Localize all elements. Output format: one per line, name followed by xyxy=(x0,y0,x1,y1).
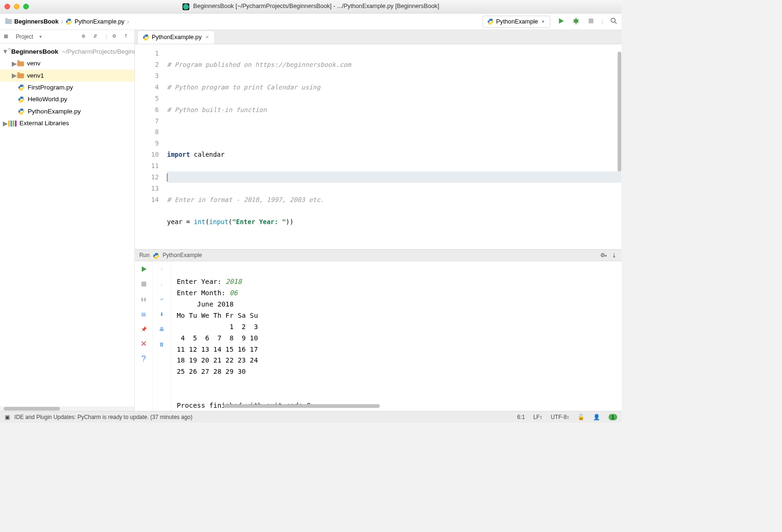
editor-tab[interactable]: PythonExample.py × xyxy=(137,31,214,44)
folder-icon xyxy=(17,73,24,78)
ide-window: BeginnersBook [~/PycharmProjects/Beginne… xyxy=(0,0,622,423)
console-scrollbar[interactable] xyxy=(223,404,614,409)
gear-icon[interactable]: ⚙▾ xyxy=(600,252,607,258)
tree-file[interactable]: HelloWorld.py xyxy=(0,94,134,105)
window-controls xyxy=(5,4,29,9)
python-file-icon xyxy=(18,96,24,103)
breadcrumb-project[interactable]: BeginnersBook xyxy=(4,16,60,27)
run-actions-col2: ↑ ↓ ⤶ ⬇ 🖶 🗑 xyxy=(153,261,171,411)
window-title: BeginnersBook [~/PycharmProjects/Beginne… xyxy=(182,3,439,10)
project-tree[interactable]: ▼ BeginnersBook ~/PycharmProjects/Beginn… xyxy=(0,43,134,406)
collapse-icon[interactable]: ⇵ xyxy=(93,33,100,40)
run-toolwindow-header: Run PythonExample ⚙▾ ⭳ xyxy=(135,249,622,261)
help-button[interactable]: ? xyxy=(139,355,147,363)
svg-rect-1 xyxy=(588,18,593,23)
tree-folder[interactable]: ▶ venv1 xyxy=(0,70,134,81)
status-bar: ▣ IDE and Plugin Updates: PyCharm is rea… xyxy=(0,411,622,423)
chevron-down-icon: ▼ xyxy=(541,19,546,24)
clear-button[interactable]: 🗑 xyxy=(157,340,165,348)
hide-icon[interactable]: ⤒ xyxy=(124,33,130,40)
project-label[interactable]: Project xyxy=(16,33,33,40)
print-button[interactable]: 🖶 xyxy=(157,325,165,333)
folder-icon xyxy=(5,19,12,24)
svg-point-2 xyxy=(611,18,615,23)
scroll-down-button[interactable]: ↓ xyxy=(157,280,165,288)
pycharm-icon xyxy=(182,3,189,10)
expand-icon[interactable]: ▼ xyxy=(2,48,8,56)
export-icon[interactable]: ⭳ xyxy=(611,252,617,258)
lock-icon[interactable]: 🔓 xyxy=(578,414,585,420)
stop-button[interactable] xyxy=(586,17,595,26)
stop-button[interactable] xyxy=(139,280,147,288)
svg-rect-3 xyxy=(141,282,146,286)
python-file-icon xyxy=(153,253,159,259)
run-config-selector[interactable]: PythonExample ▼ xyxy=(482,16,550,27)
project-view-icon[interactable]: ▦ xyxy=(4,33,10,40)
line-separator[interactable]: LF↕ xyxy=(533,414,543,420)
tool-windows-icon[interactable]: ▣ xyxy=(5,414,10,420)
python-file-icon xyxy=(65,18,72,25)
minimize-window-button[interactable] xyxy=(14,4,19,9)
tree-file[interactable]: PythonExample.py xyxy=(0,105,134,117)
code-content[interactable]: # Program published on https://beginners… xyxy=(165,44,622,250)
expand-icon[interactable]: ▶ xyxy=(11,60,17,68)
python-file-icon xyxy=(487,18,494,25)
editor-pane: PythonExample.py × 1234567891011121314 #… xyxy=(135,30,622,411)
navigation-bar: BeginnersBook › PythonExample.py › Pytho… xyxy=(0,14,622,30)
caret-position[interactable]: 6:1 xyxy=(517,414,525,420)
text-cursor xyxy=(167,173,168,181)
scroll-up-button[interactable]: ↑ xyxy=(157,265,165,273)
project-pane: ▦ Project▼ ⊕ ⇵ | ⚙ ⤒ ▼ BeginnersBook ~/P… xyxy=(0,30,135,411)
code-editor[interactable]: 1234567891011121314 # Program published … xyxy=(135,44,622,250)
status-message[interactable]: IDE and Plugin Updates: PyCharm is ready… xyxy=(15,414,193,420)
main-area: ▦ Project▼ ⊕ ⇵ | ⚙ ⤒ ▼ BeginnersBook ~/P… xyxy=(0,30,622,411)
titlebar: BeginnersBook [~/PycharmProjects/Beginne… xyxy=(0,0,622,14)
pause-button[interactable]: ▮▮ xyxy=(139,295,147,303)
maximize-window-button[interactable] xyxy=(23,4,29,9)
python-file-icon xyxy=(18,108,24,115)
expand-icon[interactable]: ▶ xyxy=(2,120,8,128)
project-scrollbar[interactable] xyxy=(0,406,134,411)
chevron-right-icon: › xyxy=(126,17,130,26)
rerun-button[interactable] xyxy=(139,265,147,273)
locate-icon[interactable]: ⊕ xyxy=(81,33,88,40)
tree-file[interactable]: FirstProgram.py xyxy=(0,81,134,93)
debug-button[interactable] xyxy=(572,17,580,26)
line-gutter: 1234567891011121314 xyxy=(135,44,165,250)
console-output[interactable]: Enter Year: 2018 Enter Month: 06 June 20… xyxy=(171,261,622,411)
close-tab-icon[interactable]: × xyxy=(205,34,209,40)
event-badge[interactable]: 1 xyxy=(609,414,617,420)
editor-scrollbar[interactable] xyxy=(617,44,622,250)
breadcrumb-file[interactable]: PythonExample.py xyxy=(64,16,126,27)
run-button[interactable] xyxy=(557,17,565,26)
tree-external-libs[interactable]: ▶ External Libraries xyxy=(0,118,134,129)
tree-root[interactable]: ▼ BeginnersBook ~/PycharmProjects/Beginn… xyxy=(0,46,134,57)
run-toolwindow: ▮▮ ▤ 📌 ✕ ? ↑ ↓ ⤶ ⬇ 🖶 🗑 Enter Year: 2018 … xyxy=(135,261,622,411)
editor-tabs: PythonExample.py × xyxy=(135,30,622,44)
layout-button[interactable]: ▤ xyxy=(139,310,147,318)
close-window-button[interactable] xyxy=(5,4,10,9)
folder-icon xyxy=(17,61,24,66)
run-config-name: PythonExample xyxy=(163,252,202,258)
expand-icon[interactable]: ▶ xyxy=(11,72,17,80)
python-file-icon xyxy=(143,34,149,40)
run-label[interactable]: Run xyxy=(139,252,150,258)
export-button[interactable]: ⬇ xyxy=(157,310,165,318)
close-button[interactable]: ✕ xyxy=(139,340,147,348)
breadcrumb: BeginnersBook › PythonExample.py › xyxy=(4,16,130,27)
chevron-right-icon: › xyxy=(60,17,64,26)
svg-point-0 xyxy=(574,19,578,23)
run-actions-col1: ▮▮ ▤ 📌 ✕ ? xyxy=(135,261,153,411)
file-encoding[interactable]: UTF-8↕ xyxy=(551,414,570,420)
inspector-icon[interactable]: 👤 xyxy=(593,414,600,420)
pin-button[interactable]: 📌 xyxy=(139,325,147,333)
tree-folder[interactable]: ▶ venv xyxy=(0,57,134,69)
project-toolbar: ▦ Project▼ ⊕ ⇵ | ⚙ ⤒ xyxy=(0,30,134,44)
python-file-icon xyxy=(18,84,24,91)
gear-icon[interactable]: ⚙ xyxy=(112,33,119,40)
search-everywhere-button[interactable] xyxy=(610,17,618,26)
soft-wrap-button[interactable]: ⤶ xyxy=(157,295,165,303)
libraries-icon xyxy=(8,121,16,127)
